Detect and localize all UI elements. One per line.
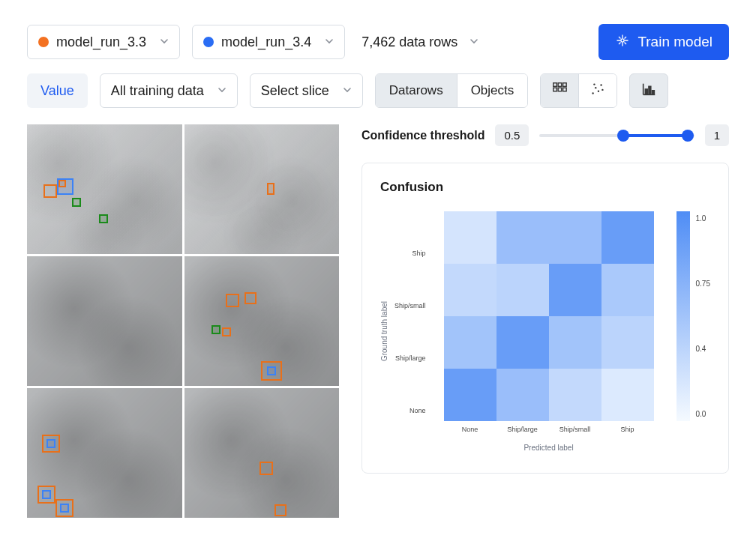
confusion-cell[interactable] [444, 264, 496, 316]
confusion-cell[interactable] [602, 316, 654, 369]
detection-bbox[interactable] [274, 504, 286, 516]
slice-filter[interactable]: Select slice [250, 73, 363, 108]
svg-rect-4 [554, 88, 557, 91]
image-tile[interactable] [27, 124, 182, 254]
detection-bbox[interactable] [222, 327, 231, 336]
detection-bbox[interactable] [42, 490, 51, 499]
slice-filter-label: Select slice [261, 83, 329, 99]
model-a-label: model_run_3.3 [56, 34, 146, 50]
detection-bbox[interactable] [244, 292, 256, 304]
detection-bbox[interactable] [60, 504, 69, 513]
confusion-cell[interactable] [444, 211, 496, 264]
svg-rect-6 [563, 88, 567, 91]
slider-thumb-high[interactable] [682, 130, 694, 142]
legend-tick-label: 0.75 [696, 279, 710, 288]
training-data-filter-label: All training data [111, 83, 204, 99]
svg-point-7 [592, 92, 594, 94]
confusion-xticks: NoneShip/largeShip/smallShip [444, 426, 654, 433]
legend-tick-label: 0.4 [696, 345, 710, 353]
bar-chart-icon [640, 81, 657, 100]
training-data-filter[interactable]: All training data [100, 73, 238, 108]
svg-point-0 [621, 38, 624, 41]
image-tile[interactable] [184, 256, 340, 386]
model-b-color-dot [203, 37, 214, 47]
confusion-cell[interactable] [602, 369, 654, 421]
ytick-label: Ship [394, 227, 429, 279]
image-tile[interactable] [27, 256, 182, 386]
confusion-cell[interactable] [549, 316, 602, 369]
image-tile[interactable] [184, 388, 340, 518]
svg-rect-17 [652, 91, 655, 94]
layout-mode-segment [540, 73, 617, 108]
slider-thumb-low[interactable] [617, 130, 629, 142]
segment-datarows-label: Datarows [389, 83, 443, 98]
chevron-down-icon [160, 36, 169, 48]
xtick-label: Ship/large [496, 426, 549, 433]
model-a-color-dot [38, 37, 49, 47]
model-a-selector[interactable]: model_run_3.3 [27, 25, 180, 59]
confusion-legend: 1.00.750.40.0 [676, 211, 710, 452]
chevron-down-icon [325, 36, 334, 48]
detection-bbox[interactable] [267, 366, 276, 375]
confusion-cell[interactable] [549, 211, 602, 264]
confusion-cell[interactable] [496, 211, 549, 264]
confusion-cell[interactable] [602, 211, 654, 264]
detection-bbox[interactable] [46, 439, 56, 448]
svg-point-12 [594, 83, 596, 85]
train-model-label: Train model [638, 34, 712, 50]
svg-point-9 [598, 90, 599, 91]
model-b-selector[interactable]: model_run_3.4 [192, 25, 345, 59]
confusion-cell[interactable] [496, 264, 549, 316]
confidence-threshold-label: Confidence threshold [362, 129, 484, 142]
ytick-label: Ship/large [394, 332, 429, 384]
confusion-cell[interactable] [444, 316, 496, 369]
detection-bbox[interactable] [72, 198, 81, 207]
svg-rect-15 [646, 89, 648, 94]
xtick-label: Ship [602, 426, 654, 433]
slider-fill [623, 134, 688, 137]
confusion-matrix [444, 211, 654, 421]
threshold-max-value: 1 [705, 124, 729, 146]
xtick-label: None [444, 426, 496, 433]
confusion-cell[interactable] [549, 369, 602, 421]
detection-bbox[interactable] [226, 294, 239, 307]
segment-objects[interactable]: Objects [457, 74, 528, 107]
legend-ticks: 1.00.750.40.0 [696, 211, 710, 421]
detection-bbox[interactable] [58, 180, 66, 187]
detection-bbox[interactable] [260, 462, 273, 475]
layout-scatter[interactable] [578, 74, 616, 107]
train-model-button[interactable]: Train model [598, 24, 729, 60]
svg-rect-2 [558, 82, 562, 86]
confusion-cell[interactable] [496, 316, 549, 369]
model-b-label: model_run_3.4 [221, 34, 311, 50]
confusion-cell[interactable] [602, 264, 654, 316]
threshold-slider[interactable] [539, 128, 694, 143]
image-tile[interactable] [184, 124, 340, 254]
data-rows-selector[interactable]: 7,462 data rows [357, 34, 483, 50]
layout-grid[interactable] [541, 74, 578, 107]
confusion-cell[interactable] [496, 369, 549, 421]
confusion-yticks: ShipShip/smallShip/largeNone [394, 227, 429, 437]
legend-tick-label: 0.0 [696, 410, 710, 418]
confusion-cell[interactable] [444, 369, 496, 421]
legend-colorbar [676, 211, 690, 421]
confusion-cell[interactable] [549, 264, 602, 316]
segment-datarows[interactable]: Datarows [376, 74, 457, 107]
confusion-title: Confusion [380, 180, 710, 195]
view-mode-segment: Datarows Objects [375, 73, 528, 108]
segment-objects-label: Objects [471, 83, 514, 98]
detection-bbox[interactable] [44, 184, 57, 198]
scatter-icon [590, 81, 606, 101]
confusion-xlabel: Predicted label [444, 444, 654, 452]
detection-bbox[interactable] [267, 183, 274, 195]
legend-tick-label: 1.0 [696, 214, 710, 223]
image-tile[interactable] [27, 388, 182, 518]
detection-bbox[interactable] [99, 214, 108, 223]
svg-rect-3 [563, 82, 567, 86]
ytick-label: None [394, 384, 429, 437]
detection-bbox[interactable] [212, 325, 220, 334]
value-tab[interactable]: Value [27, 73, 88, 108]
chart-view-button[interactable] [629, 73, 668, 108]
grid-icon [551, 81, 568, 101]
confusion-card: Confusion Ground truth label ShipShip/sm… [362, 163, 729, 474]
